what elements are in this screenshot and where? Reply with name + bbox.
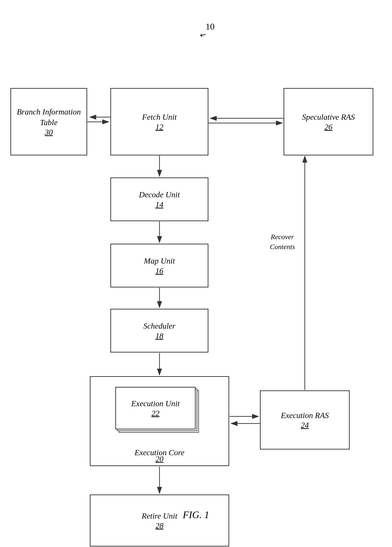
map-unit-label: Map Unit	[144, 256, 175, 266]
scheduler-label: Scheduler	[143, 321, 176, 331]
execution-core-number: 20	[155, 454, 164, 464]
scheduler-number: 18	[155, 331, 164, 341]
execution-ras-number: 24	[301, 421, 309, 430]
branch-info-number: 30	[45, 128, 53, 137]
map-unit-number: 16	[155, 267, 164, 275]
retire-unit-label: Retire Unit	[142, 511, 178, 521]
diagram-container: 10 ↗ Branch Information Table 30 Fetch U…	[0, 19, 392, 528]
retire-unit-number: 28	[155, 521, 164, 530]
fetch-unit-box: Fetch Unit 12	[110, 88, 208, 155]
fetch-unit-number: 12	[155, 123, 164, 131]
map-unit-box: Map Unit 16	[110, 244, 208, 287]
execution-unit-label: Execution Unit	[131, 398, 180, 409]
recover-contents-label: Recover Contents	[259, 232, 306, 252]
speculative-ras-number: 26	[325, 123, 332, 131]
branch-info-label: Branch Information Table	[11, 107, 86, 128]
decode-unit-label: Decode Unit	[139, 190, 180, 200]
speculative-ras-label: Speculative RAS	[302, 112, 355, 122]
ref-number-10: 10	[206, 21, 214, 32]
execution-unit-box-front: Execution Unit 22	[115, 387, 196, 429]
decode-unit-box: Decode Unit 14	[110, 178, 208, 221]
fetch-unit-label: Fetch Unit	[142, 112, 177, 122]
execution-core-box: Execution Unit 22 Execution Core 20	[90, 376, 229, 466]
figure-label: FIG. 1	[183, 509, 209, 520]
branch-info-table-box: Branch Information Table 30	[10, 88, 87, 155]
speculative-ras-box: Speculative RAS 26	[284, 88, 373, 155]
execution-unit-number: 22	[152, 409, 159, 418]
execution-ras-box: Execution RAS 24	[260, 390, 350, 450]
decode-unit-number: 14	[155, 200, 164, 209]
retire-unit-box: Retire Unit 28	[90, 494, 229, 547]
scheduler-box: Scheduler 18	[110, 309, 208, 353]
execution-ras-label: Execution RAS	[281, 410, 329, 421]
